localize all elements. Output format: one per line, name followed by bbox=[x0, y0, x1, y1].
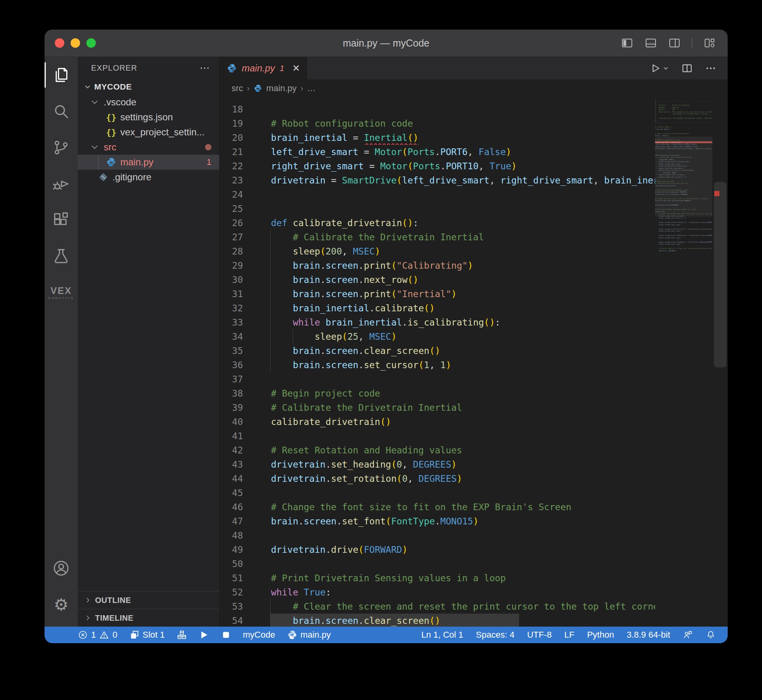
activity-explorer-icon[interactable] bbox=[45, 57, 78, 93]
code-line-49[interactable]: 49drivetrain.drive(FORWARD) bbox=[220, 543, 655, 557]
toggle-secondary-sidebar-icon[interactable] bbox=[668, 37, 681, 49]
code-text: left_drive_smart = Motor(Ports.PORT6, Fa… bbox=[271, 145, 655, 159]
status-project-name[interactable]: myCode bbox=[243, 630, 275, 640]
code-line-40[interactable]: 40calibrate_drivetrain() bbox=[220, 415, 655, 429]
code-editor[interactable]: 1819# Robot configuration code20brain_in… bbox=[220, 97, 728, 627]
file-tree: .vscode{}settings.json{}vex_project_sett… bbox=[78, 95, 219, 185]
code-line-27[interactable]: 27 # Calibrate the Drivetrain Inertial bbox=[220, 230, 655, 244]
activity-account-icon[interactable] bbox=[45, 550, 78, 586]
status-language-mode[interactable]: Python bbox=[587, 630, 614, 640]
workspace-root-folder[interactable]: MYCODE bbox=[78, 79, 219, 95]
customize-layout-icon[interactable] bbox=[703, 37, 716, 49]
tree-item--gitignore[interactable]: .gitignore bbox=[78, 170, 219, 185]
toggle-primary-sidebar-icon[interactable] bbox=[621, 37, 633, 49]
problems-indicator[interactable]: 10 bbox=[78, 630, 118, 640]
tree-item-src[interactable]: src bbox=[78, 140, 219, 155]
status-vex-slot[interactable]: Slot 1 bbox=[129, 630, 165, 640]
code-line-22[interactable]: 22right_drive_smart = Motor(Ports.PORT10… bbox=[220, 159, 655, 173]
status-problems-warnings[interactable]: 0 bbox=[99, 630, 117, 640]
status-vex-stop[interactable] bbox=[221, 630, 231, 640]
code-line-30[interactable]: 30 brain.screen.next_row() bbox=[220, 273, 655, 287]
tree-item-label: vex_project_settin... bbox=[120, 127, 204, 138]
status-python-interpreter[interactable]: 3.8.9 64-bit bbox=[627, 630, 670, 640]
status-encoding[interactable]: UTF-8 bbox=[527, 630, 551, 640]
code-line-31[interactable]: 31 brain.screen.print("Inertial") bbox=[220, 287, 655, 301]
close-tab-button[interactable]: ✕ bbox=[292, 63, 300, 74]
code-line-29[interactable]: 29 brain.screen.print("Calibrating") bbox=[220, 258, 655, 273]
code-line-20[interactable]: 20brain_inertial = Inertial() bbox=[220, 131, 655, 145]
status-eol[interactable]: LF bbox=[564, 630, 575, 640]
minimap-slider[interactable] bbox=[655, 137, 712, 217]
chevron-right-icon bbox=[84, 614, 92, 622]
code-line-50[interactable]: 50 bbox=[220, 557, 655, 571]
activity-run-debug-icon[interactable] bbox=[45, 166, 78, 202]
tree-item--vscode[interactable]: .vscode bbox=[78, 95, 219, 110]
activity-bar: VEXROBOTICS ⚙ bbox=[45, 57, 78, 627]
panel-outline[interactable]: OUTLINE bbox=[78, 591, 219, 609]
activity-source-control-icon[interactable] bbox=[45, 129, 78, 166]
code-line-23[interactable]: 23drivetrain = SmartDrive(left_drive_sma… bbox=[220, 173, 655, 187]
code-line-44[interactable]: 44drivetrain.set_rotation(0, DEGREES) bbox=[220, 472, 655, 486]
code-line-46[interactable]: 46# Change the font size to fit on the E… bbox=[220, 500, 655, 514]
code-line-36[interactable]: 36 brain.screen.set_cursor(1, 1) bbox=[220, 358, 655, 372]
panel-label: TIMELINE bbox=[95, 614, 133, 623]
status-vex-blocks[interactable] bbox=[177, 630, 187, 640]
code-line-18[interactable]: 18 bbox=[220, 102, 655, 116]
code-line-48[interactable]: 48 bbox=[220, 528, 655, 543]
code-line-21[interactable]: 21left_drive_smart = Motor(Ports.PORT6, … bbox=[220, 145, 655, 159]
breadcrumb-item[interactable]: main.py bbox=[266, 83, 297, 94]
code-line-28[interactable]: 28 sleep(200, MSEC) bbox=[220, 244, 655, 258]
tree-item-main-py[interactable]: main.py1 bbox=[78, 155, 219, 170]
line-number: 31 bbox=[220, 287, 271, 301]
code-line-38[interactable]: 38# Begin project code bbox=[220, 386, 655, 401]
code-line-26[interactable]: 26def calibrate_drivetrain(): bbox=[220, 216, 655, 230]
activity-extensions-icon[interactable] bbox=[45, 202, 78, 238]
code-line-54[interactable]: 54 brain.screen.clear_screen() bbox=[220, 614, 655, 627]
breadcrumb-item[interactable]: … bbox=[307, 83, 316, 94]
status-vex-run[interactable] bbox=[199, 630, 209, 640]
status-indentation[interactable]: Spaces: 4 bbox=[476, 630, 515, 640]
tab-main-py[interactable]: main.py 1 ✕ bbox=[220, 57, 307, 79]
status-notifications[interactable] bbox=[706, 630, 716, 640]
code-line-41[interactable]: 41 bbox=[220, 429, 655, 443]
code-line-51[interactable]: 51# Print Drivetrain Sensing values in a… bbox=[220, 571, 655, 585]
more-actions-button[interactable] bbox=[705, 62, 717, 74]
toggle-panel-icon[interactable] bbox=[644, 37, 657, 49]
code-line-19[interactable]: 19# Robot configuration code bbox=[220, 116, 655, 131]
status-feedback[interactable] bbox=[683, 630, 693, 640]
scrollbar-slider[interactable] bbox=[714, 182, 727, 367]
code-line-47[interactable]: 47brain.screen.set_font(FontType.MONO15) bbox=[220, 514, 655, 528]
status-active-file[interactable]: main.py bbox=[287, 630, 331, 640]
scrollbar[interactable] bbox=[712, 97, 728, 627]
activity-search-icon[interactable] bbox=[45, 93, 78, 129]
activity-settings-icon[interactable]: ⚙ bbox=[45, 586, 78, 623]
status-label: main.py bbox=[301, 630, 331, 640]
tree-item-vex-project-settin-[interactable]: {}vex_project_settin... bbox=[78, 125, 219, 140]
code-line-35[interactable]: 35 brain.screen.clear_screen() bbox=[220, 344, 655, 358]
status-cursor-position[interactable]: Ln 1, Col 1 bbox=[421, 630, 463, 640]
line-number: 33 bbox=[220, 315, 271, 329]
code-line-43[interactable]: 43drivetrain.set_heading(0, DEGREES) bbox=[220, 457, 655, 472]
activity-testing-icon[interactable] bbox=[45, 238, 78, 275]
code-line-33[interactable]: 33 while brain_inertial.is_calibrating()… bbox=[220, 315, 655, 329]
status-problems-errors[interactable]: 1 bbox=[78, 630, 96, 640]
code-line-42[interactable]: 42# Reset Rotation and Heading values bbox=[220, 443, 655, 457]
code-line-45[interactable]: 45 bbox=[220, 486, 655, 500]
views-and-more-actions-button[interactable]: ⋯ bbox=[200, 62, 211, 74]
code-line-25[interactable]: 25 bbox=[220, 202, 655, 216]
line-number: 52 bbox=[220, 585, 271, 599]
code-line-34[interactable]: 34 sleep(25, MSEC) bbox=[220, 329, 655, 344]
run-python-file-button[interactable] bbox=[650, 62, 669, 74]
code-line-52[interactable]: 52while True: bbox=[220, 585, 655, 599]
tree-item-settings-json[interactable]: {}settings.json bbox=[78, 110, 219, 125]
code-line-53[interactable]: 53 # Clear the screen and reset the prin… bbox=[220, 599, 655, 614]
code-line-24[interactable]: 24 bbox=[220, 187, 655, 202]
panel-timeline[interactable]: TIMELINE bbox=[78, 609, 219, 627]
breadcrumb-item[interactable]: src bbox=[232, 83, 243, 94]
code-line-39[interactable]: 39# Calibrate the Drivetrain Inertial bbox=[220, 401, 655, 415]
code-line-32[interactable]: 32 brain_inertial.calibrate() bbox=[220, 301, 655, 315]
activity-vex-robotics-icon[interactable]: VEXROBOTICS bbox=[45, 275, 78, 311]
json-file-icon: {} bbox=[106, 112, 116, 122]
split-editor-button[interactable] bbox=[681, 62, 693, 74]
code-line-37[interactable]: 37 bbox=[220, 372, 655, 386]
